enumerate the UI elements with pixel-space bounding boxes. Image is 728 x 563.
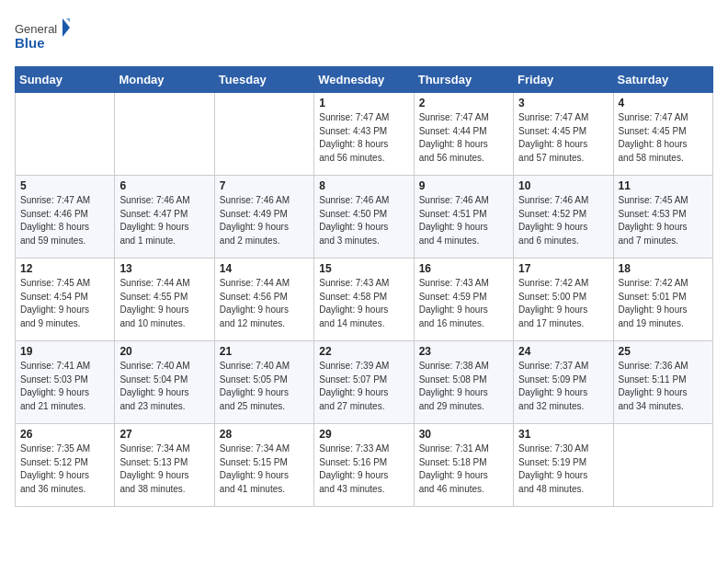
calendar-cell: 12Sunrise: 7:45 AM Sunset: 4:54 PM Dayli… — [16, 259, 115, 341]
calendar-cell: 2Sunrise: 7:47 AM Sunset: 4:44 PM Daylig… — [414, 93, 513, 176]
calendar-cell: 13Sunrise: 7:44 AM Sunset: 4:55 PM Dayli… — [115, 259, 214, 341]
day-info: Sunrise: 7:43 AM Sunset: 4:58 PM Dayligh… — [319, 277, 408, 330]
day-info: Sunrise: 7:34 AM Sunset: 5:15 PM Dayligh… — [220, 442, 309, 496]
day-number: 2 — [419, 97, 508, 109]
day-info: Sunrise: 7:44 AM Sunset: 4:56 PM Dayligh… — [220, 277, 309, 330]
day-number: 23 — [419, 345, 508, 358]
logo-svg: General Blue — [15, 15, 70, 55]
day-number: 14 — [220, 262, 309, 275]
day-info: Sunrise: 7:47 AM Sunset: 4:45 PM Dayligh… — [518, 111, 608, 165]
day-number: 28 — [220, 428, 309, 441]
calendar-cell: 20Sunrise: 7:40 AM Sunset: 5:04 PM Dayli… — [115, 341, 214, 424]
day-number: 16 — [419, 262, 508, 275]
day-info: Sunrise: 7:47 AM Sunset: 4:43 PM Dayligh… — [319, 111, 408, 165]
calendar-cell: 3Sunrise: 7:47 AM Sunset: 4:45 PM Daylig… — [514, 93, 613, 176]
week-row-3: 12Sunrise: 7:45 AM Sunset: 4:54 PM Dayli… — [16, 259, 713, 341]
day-info: Sunrise: 7:47 AM Sunset: 4:44 PM Dayligh… — [419, 111, 508, 165]
calendar-cell — [115, 93, 214, 176]
calendar-cell: 14Sunrise: 7:44 AM Sunset: 4:56 PM Dayli… — [214, 259, 313, 341]
header-wednesday: Wednesday — [314, 67, 414, 93]
day-info: Sunrise: 7:31 AM Sunset: 5:18 PM Dayligh… — [419, 442, 508, 496]
day-info: Sunrise: 7:42 AM Sunset: 5:01 PM Dayligh… — [619, 277, 708, 330]
day-info: Sunrise: 7:45 AM Sunset: 4:53 PM Dayligh… — [619, 194, 708, 247]
day-info: Sunrise: 7:35 AM Sunset: 5:12 PM Dayligh… — [20, 442, 109, 496]
calendar-header-row: SundayMondayTuesdayWednesdayThursdayFrid… — [16, 67, 713, 93]
day-info: Sunrise: 7:41 AM Sunset: 5:03 PM Dayligh… — [20, 360, 109, 413]
day-info: Sunrise: 7:46 AM Sunset: 4:47 PM Dayligh… — [119, 194, 209, 247]
day-number: 1 — [319, 97, 408, 109]
day-info: Sunrise: 7:46 AM Sunset: 4:50 PM Dayligh… — [319, 194, 408, 247]
day-info: Sunrise: 7:46 AM Sunset: 4:49 PM Dayligh… — [220, 194, 309, 247]
calendar-cell: 4Sunrise: 7:47 AM Sunset: 4:45 PM Daylig… — [613, 93, 712, 176]
day-number: 27 — [119, 428, 209, 441]
calendar-cell: 9Sunrise: 7:46 AM Sunset: 4:51 PM Daylig… — [414, 176, 513, 259]
calendar-cell: 16Sunrise: 7:43 AM Sunset: 4:59 PM Dayli… — [414, 259, 513, 341]
day-info: Sunrise: 7:37 AM Sunset: 5:09 PM Dayligh… — [518, 360, 608, 413]
week-row-5: 26Sunrise: 7:35 AM Sunset: 5:12 PM Dayli… — [16, 424, 713, 507]
day-number: 17 — [518, 262, 608, 275]
day-number: 18 — [619, 262, 708, 275]
svg-marker-2 — [63, 18, 70, 37]
calendar-cell: 24Sunrise: 7:37 AM Sunset: 5:09 PM Dayli… — [514, 341, 613, 424]
page-header: General Blue — [15, 15, 713, 55]
day-number: 12 — [20, 262, 109, 275]
calendar-cell: 1Sunrise: 7:47 AM Sunset: 4:43 PM Daylig… — [314, 93, 414, 176]
calendar-cell: 10Sunrise: 7:46 AM Sunset: 4:52 PM Dayli… — [514, 176, 613, 259]
day-number: 26 — [20, 428, 109, 441]
calendar-cell: 27Sunrise: 7:34 AM Sunset: 5:13 PM Dayli… — [115, 424, 214, 507]
day-info: Sunrise: 7:47 AM Sunset: 4:46 PM Dayligh… — [20, 194, 109, 247]
calendar-cell: 23Sunrise: 7:38 AM Sunset: 5:08 PM Dayli… — [414, 341, 513, 424]
calendar-cell: 28Sunrise: 7:34 AM Sunset: 5:15 PM Dayli… — [214, 424, 313, 507]
calendar-cell: 5Sunrise: 7:47 AM Sunset: 4:46 PM Daylig… — [16, 176, 115, 259]
day-info: Sunrise: 7:40 AM Sunset: 5:05 PM Dayligh… — [220, 360, 309, 413]
week-row-4: 19Sunrise: 7:41 AM Sunset: 5:03 PM Dayli… — [16, 341, 713, 424]
day-number: 8 — [319, 179, 408, 192]
calendar-cell: 22Sunrise: 7:39 AM Sunset: 5:07 PM Dayli… — [314, 341, 414, 424]
calendar-cell: 25Sunrise: 7:36 AM Sunset: 5:11 PM Dayli… — [613, 341, 712, 424]
week-row-2: 5Sunrise: 7:47 AM Sunset: 4:46 PM Daylig… — [16, 176, 713, 259]
calendar-cell: 15Sunrise: 7:43 AM Sunset: 4:58 PM Dayli… — [314, 259, 414, 341]
calendar-table: SundayMondayTuesdayWednesdayThursdayFrid… — [15, 66, 713, 507]
calendar-cell: 18Sunrise: 7:42 AM Sunset: 5:01 PM Dayli… — [613, 259, 712, 341]
day-number: 31 — [518, 428, 608, 441]
day-info: Sunrise: 7:40 AM Sunset: 5:04 PM Dayligh… — [119, 360, 209, 413]
week-row-1: 1Sunrise: 7:47 AM Sunset: 4:43 PM Daylig… — [16, 93, 713, 176]
calendar-cell: 11Sunrise: 7:45 AM Sunset: 4:53 PM Dayli… — [613, 176, 712, 259]
day-info: Sunrise: 7:33 AM Sunset: 5:16 PM Dayligh… — [319, 442, 408, 496]
day-number: 30 — [419, 428, 508, 441]
calendar-cell: 6Sunrise: 7:46 AM Sunset: 4:47 PM Daylig… — [115, 176, 214, 259]
day-number: 11 — [619, 179, 708, 192]
calendar-cell: 8Sunrise: 7:46 AM Sunset: 4:50 PM Daylig… — [314, 176, 414, 259]
day-number: 20 — [119, 345, 209, 358]
calendar-cell: 17Sunrise: 7:42 AM Sunset: 5:00 PM Dayli… — [514, 259, 613, 341]
header-saturday: Saturday — [613, 67, 712, 93]
header-monday: Monday — [115, 67, 214, 93]
day-number: 7 — [220, 179, 309, 192]
day-info: Sunrise: 7:38 AM Sunset: 5:08 PM Dayligh… — [419, 360, 508, 413]
day-info: Sunrise: 7:46 AM Sunset: 4:52 PM Dayligh… — [518, 194, 608, 247]
svg-text:Blue: Blue — [15, 35, 45, 51]
calendar-cell: 31Sunrise: 7:30 AM Sunset: 5:19 PM Dayli… — [514, 424, 613, 507]
day-number: 13 — [119, 262, 209, 275]
logo: General Blue — [15, 15, 70, 55]
day-number: 19 — [20, 345, 109, 358]
day-number: 15 — [319, 262, 408, 275]
day-info: Sunrise: 7:47 AM Sunset: 4:45 PM Dayligh… — [619, 111, 708, 165]
day-number: 3 — [518, 97, 608, 109]
svg-marker-3 — [66, 18, 70, 22]
header-tuesday: Tuesday — [214, 67, 313, 93]
day-number: 22 — [319, 345, 408, 358]
day-info: Sunrise: 7:30 AM Sunset: 5:19 PM Dayligh… — [518, 442, 608, 496]
calendar-cell: 29Sunrise: 7:33 AM Sunset: 5:16 PM Dayli… — [314, 424, 414, 507]
day-info: Sunrise: 7:44 AM Sunset: 4:55 PM Dayligh… — [119, 277, 209, 330]
day-info: Sunrise: 7:34 AM Sunset: 5:13 PM Dayligh… — [119, 442, 209, 496]
day-info: Sunrise: 7:36 AM Sunset: 5:11 PM Dayligh… — [619, 360, 708, 413]
day-info: Sunrise: 7:39 AM Sunset: 5:07 PM Dayligh… — [319, 360, 408, 413]
calendar-cell: 7Sunrise: 7:46 AM Sunset: 4:49 PM Daylig… — [214, 176, 313, 259]
day-number: 9 — [419, 179, 508, 192]
day-number: 21 — [220, 345, 309, 358]
calendar-cell: 21Sunrise: 7:40 AM Sunset: 5:05 PM Dayli… — [214, 341, 313, 424]
day-info: Sunrise: 7:46 AM Sunset: 4:51 PM Dayligh… — [419, 194, 508, 247]
svg-text:General: General — [15, 22, 57, 36]
day-number: 5 — [20, 179, 109, 192]
